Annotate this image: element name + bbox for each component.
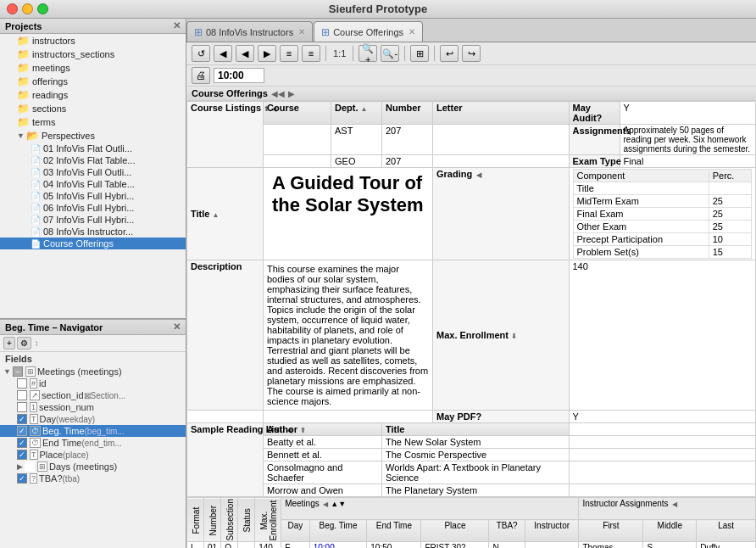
field-row-tba[interactable]: ✓ ? TBA? (tba) [0, 473, 186, 484]
sidebar-item-p03[interactable]: 📄 03 InfoVis Full Outli... [0, 166, 186, 178]
content-area: ⊞ 08 InfoVis Instructors ✕ ⊞ Course Offe… [186, 19, 756, 548]
co-nav-left[interactable]: ◀◀ [271, 89, 285, 98]
toolbar-separator2 [353, 46, 353, 61]
field-checkbox-day[interactable]: ✓ [17, 414, 27, 424]
reading-row-3: Consolmagno and Schaefer Worlds Apart: A… [187, 461, 756, 484]
sidebar-item-p04[interactable]: 📄 04 InfoVis Full Table... [0, 178, 186, 190]
sidebar-item-p05[interactable]: 📄 05 InfoVis Full Hybri... [0, 190, 186, 202]
nav-left-button[interactable]: ◀ [236, 45, 254, 62]
navigator-header: Beg. Time – Navigator ✕ [0, 319, 186, 335]
refresh-button[interactable]: ↺ [192, 45, 210, 62]
reading-author-1: Beatty et al. [264, 436, 382, 449]
sidebar-item-label: 02 InfoVis Flat Table... [43, 155, 135, 165]
maximize-button[interactable] [37, 3, 48, 14]
field-checkbox-tba[interactable]: ✓ [17, 473, 27, 484]
print-button[interactable]: 🖨 [192, 67, 210, 84]
sidebar-item-meetings[interactable]: 📁 meetings [0, 61, 186, 75]
field-row-meetings[interactable]: ▼ – ⊞ Meetings (meetings) [0, 366, 186, 377]
sidebar-item-offerings[interactable]: 📁 offerings [0, 75, 186, 88]
sidebar-item-p01[interactable]: 📄 01 InfoVis Flat Outli... [0, 143, 186, 154]
nav-toolbar: + ⚙ ↕ [0, 335, 186, 352]
sidebar-item-instructors-sections[interactable]: 📁 instructors_sections [0, 48, 186, 61]
listing-number-2: 207 [382, 155, 433, 168]
tab-infovis[interactable]: ⊞ 08 InfoVis Instructors ✕ [186, 21, 313, 42]
first-L01: Thomas [579, 542, 643, 548]
sidebar-item-course-offerings[interactable]: 📄 Course Offerings [0, 238, 186, 249]
field-checkbox-end-time[interactable]: ✓ [17, 438, 27, 448]
field-row-beg-time[interactable]: ✓ ⏱ Beg. Time (beg_tim... [0, 425, 186, 437]
last-L01: Duffy [697, 542, 756, 548]
doc-icon: 📄 [31, 144, 41, 154]
tab-offerings[interactable]: ⊞ Course Offerings ✕ [314, 21, 423, 42]
field-checkbox-id[interactable] [17, 378, 27, 389]
field-checkbox-beg-time[interactable]: ✓ [17, 426, 27, 436]
field-name-end-time: End Time [42, 438, 81, 448]
fields-label: Fields [0, 352, 186, 366]
time-input[interactable] [214, 68, 264, 83]
field-row-section-id[interactable]: ↗ section_id ⊠Section... [0, 389, 186, 401]
back-button[interactable]: ◀ [214, 45, 232, 62]
co-nav-right[interactable]: ▶ [288, 89, 295, 98]
navigator-close[interactable]: ✕ [173, 322, 181, 333]
undo-button[interactable]: ↩ [440, 45, 459, 62]
reading-empty-1 [569, 436, 756, 449]
col-tba: TBA? [489, 520, 525, 542]
projects-close[interactable]: ✕ [173, 20, 181, 31]
num-type-icon: 1 [30, 402, 37, 412]
zoom-label: 1:1 [333, 48, 346, 59]
field-row-id[interactable]: # id [0, 377, 186, 389]
field-name-day: Day [40, 414, 57, 424]
sidebar-item-instructors[interactable]: 📁 instructors [0, 34, 186, 48]
zoom-out-button[interactable]: 🔍- [381, 45, 399, 62]
field-checkbox-days-sub[interactable] [25, 461, 35, 472]
field-checkbox-session-num[interactable] [17, 402, 27, 412]
sidebar-item-perspectives[interactable]: ▼ 📂 Perspectives [0, 129, 186, 143]
folder-icon: 📁 [17, 62, 30, 74]
sidebar-item-p02[interactable]: 📄 02 InfoVis Flat Table... [0, 154, 186, 166]
align-center-button[interactable]: ≡ [302, 45, 320, 62]
nav-add-btn[interactable]: + [3, 337, 15, 349]
sidebar-item-label: 08 InfoVis Instructor... [43, 226, 133, 237]
nav-settings-btn[interactable]: ⚙ [17, 337, 31, 349]
sidebar-item-label: instructors [32, 36, 75, 46]
bool-type-icon: ? [30, 473, 37, 484]
co-header-label: Course Offerings [192, 88, 268, 98]
field-name-place: Place [40, 450, 64, 460]
assignments-label: Assignments [569, 125, 620, 155]
tab-close-infovis[interactable]: ✕ [298, 27, 305, 36]
tab-close-offerings[interactable]: ✕ [409, 27, 415, 36]
align-left-button[interactable]: ≡ [280, 45, 298, 62]
field-row-end-time[interactable]: ✓ ⏱ End Time (end_tim... [0, 437, 186, 449]
sidebar-item-sections[interactable]: 📁 sections [0, 102, 186, 115]
sidebar-item-p06[interactable]: 📄 06 InfoVis Full Hybri... [0, 202, 186, 214]
field-row-day[interactable]: ✓ T Day (weekday) [0, 413, 186, 425]
field-row-session-num[interactable]: 1 session_num [0, 401, 186, 413]
field-checkbox-meetings[interactable]: – [13, 366, 23, 377]
sidebar-item-readings[interactable]: 📁 readings [0, 88, 186, 102]
expand-arrow: ▼ [17, 131, 25, 140]
sidebar-item-terms[interactable]: 📁 terms [0, 115, 186, 129]
doc-icon: 📄 [31, 168, 41, 177]
time-type-icon2: ⏱ [30, 438, 41, 448]
course-title-cell: A Guided Tour of the Solar System [264, 168, 433, 260]
minimize-button[interactable] [22, 3, 33, 14]
close-button[interactable] [7, 3, 18, 14]
field-row-place[interactable]: ✓ T Place (place) [0, 449, 186, 461]
sidebar-item-p08[interactable]: 📄 08 InfoVis Instructor... [0, 226, 186, 238]
sidebar-item-label: 06 InfoVis Full Hybri... [43, 203, 134, 213]
redo-button[interactable]: ↪ [462, 45, 481, 62]
nav-right-button[interactable]: ▶ [258, 45, 276, 62]
day-L01-1: F [281, 542, 310, 548]
field-checkbox-section-id[interactable] [17, 390, 27, 400]
doc-icon: 📄 [31, 192, 41, 201]
grid-button[interactable]: ⊞ [410, 45, 429, 62]
instructor-label-L01 [525, 542, 578, 548]
col-num: Number [204, 498, 221, 542]
sidebar-item-p07[interactable]: 📄 07 InfoVis Full Hybri... [0, 214, 186, 226]
field-row-days-sub[interactable]: ▶ ⊞ Days (meetings) [0, 461, 186, 473]
field-checkbox-place[interactable]: ✓ [17, 450, 27, 460]
field-alias-tba: (tba) [63, 474, 81, 484]
window-controls[interactable] [7, 3, 48, 14]
zoom-in-button[interactable]: 🔍+ [359, 45, 377, 62]
col-status: Status [238, 498, 255, 542]
